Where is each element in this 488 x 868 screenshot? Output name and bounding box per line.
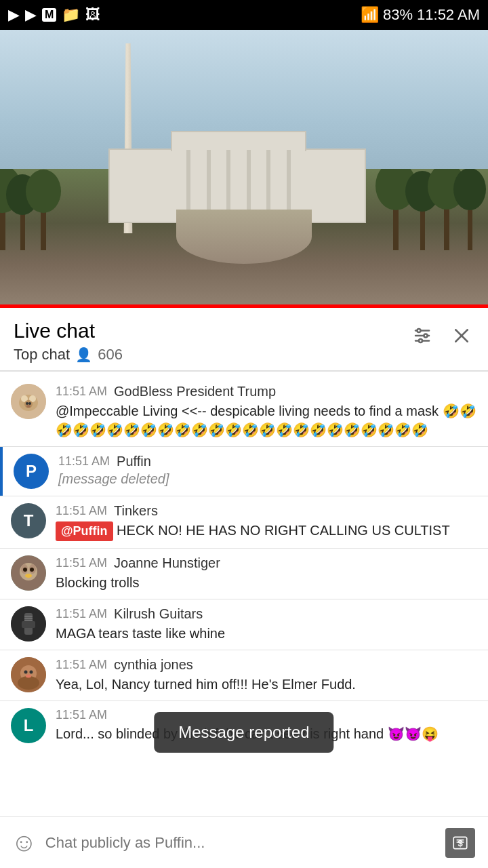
message-meta: 11:51 AM Joanne Hunstiger xyxy=(56,555,477,571)
svg-point-17 xyxy=(418,329,421,332)
toast-message: Message reported xyxy=(154,712,333,753)
m-icon: M xyxy=(42,8,56,22)
svg-point-36 xyxy=(25,574,32,578)
message-author: Joanne Hunstiger xyxy=(114,555,220,571)
avatar: P xyxy=(14,454,49,489)
live-chat-title: Live chat xyxy=(14,319,123,343)
svg-point-48 xyxy=(26,675,31,678)
toast-text: Message reported xyxy=(178,723,309,741)
avatar-svg xyxy=(11,606,46,642)
chat-input-bar: ☺ $ xyxy=(0,816,488,868)
message-meta: 11:51 AM cynthia jones xyxy=(56,657,477,673)
chat-messages: 11:51 AM GodBless President Trump @Impec… xyxy=(0,372,488,755)
svg-point-47 xyxy=(30,671,33,674)
table-row: 11:51 AM Kilrush Guitars MAGA tears tast… xyxy=(0,599,488,650)
close-button[interactable] xyxy=(449,323,474,353)
message-time: 11:51 AM xyxy=(56,658,107,672)
svg-point-18 xyxy=(424,334,428,338)
message-content: 11:51 AM Kilrush Guitars MAGA tears tast… xyxy=(56,606,477,643)
message-content: 11:51 AM Tinkers @Puffin HECK NO! HE HAS… xyxy=(56,503,477,541)
status-indicators: 📶 83% 11:52 AM xyxy=(361,6,480,24)
avatar xyxy=(11,606,46,642)
message-content: 11:51 AM GodBless President Trump @Impec… xyxy=(56,384,477,439)
deleted-message-text: [message deleted] xyxy=(58,471,477,487)
message-text: MAGA tears taste like whine xyxy=(56,624,477,643)
svg-point-27 xyxy=(26,402,28,405)
svg-point-34 xyxy=(23,568,27,572)
svg-point-46 xyxy=(24,671,28,674)
status-icons: ▶ ▶ M 📁 🖼 xyxy=(8,6,100,24)
status-bar: ▶ ▶ M 📁 🖼 📶 83% 11:52 AM xyxy=(0,0,488,30)
mention-badge: @Puffin xyxy=(56,521,113,541)
avatar-letter: L xyxy=(24,716,34,735)
avatar xyxy=(11,657,46,692)
play-icon: ▶ xyxy=(8,6,20,24)
settings-button[interactable] xyxy=(409,323,435,353)
message-time: 11:51 AM xyxy=(56,504,107,518)
message-content: 11:51 AM Joanne Hunstiger Blocking troll… xyxy=(56,555,477,592)
svg-point-28 xyxy=(28,402,31,405)
message-meta: 11:51 AM Kilrush Guitars xyxy=(56,606,477,622)
avatar: L xyxy=(11,708,46,743)
chat-header: Live chat Top chat 👤 606 xyxy=(0,308,488,371)
message-text: Blocking trolls xyxy=(56,573,477,592)
message-text: @Puffin HECK NO! HE HAS NO RIGHT CALLING… xyxy=(56,521,477,541)
emoji-button[interactable]: ☺ xyxy=(11,828,37,857)
fountain-path xyxy=(176,210,312,264)
wh-portico xyxy=(171,131,306,151)
table-row: 11:51 AM GodBless President Trump @Impec… xyxy=(0,377,488,446)
svg-point-19 xyxy=(419,339,422,342)
svg-point-35 xyxy=(30,568,34,572)
message-author: GodBless President Trump xyxy=(114,384,276,399)
svg-rect-39 xyxy=(22,621,35,628)
message-body: HECK NO! HE HAS NO RIGHT CALLING US CULT… xyxy=(117,523,450,538)
message-time: 11:51 AM xyxy=(56,607,107,621)
messages-wrapper: 11:51 AM GodBless President Trump @Impec… xyxy=(0,372,488,807)
video-player[interactable] xyxy=(0,30,488,304)
message-content: 11:51 AM cynthia jones Yea, Lol, Nancy t… xyxy=(56,657,477,694)
viewer-icon: 👤 xyxy=(75,347,92,363)
chat-input[interactable] xyxy=(45,834,435,852)
chat-subtitle: Top chat 👤 606 xyxy=(14,346,123,363)
svg-point-5 xyxy=(26,170,61,213)
super-chat-button[interactable]: $ xyxy=(443,826,477,860)
message-author: Kilrush Guitars xyxy=(114,606,203,622)
message-content: 11:51 AM Puffin [message deleted] xyxy=(58,454,477,487)
svg-point-13 xyxy=(453,169,486,210)
message-text: Yea, Lol, Nancy turned him off!!! He's E… xyxy=(56,675,477,694)
emoji-icon: ☺ xyxy=(11,828,37,856)
avatar: T xyxy=(11,503,46,538)
clock: 11:52 AM xyxy=(417,6,480,24)
avatar-svg xyxy=(11,555,46,591)
currency-icon: $ xyxy=(445,828,475,858)
table-row: 11:51 AM cynthia jones Yea, Lol, Nancy t… xyxy=(0,650,488,701)
message-time: 11:51 AM xyxy=(56,384,107,399)
table-row: T 11:51 AM Tinkers @Puffin HECK NO! HE H… xyxy=(0,496,488,548)
chat-actions xyxy=(409,319,474,353)
message-text: @Impeccable Living <<-- despicable livin… xyxy=(56,401,477,439)
avatar-letter: T xyxy=(24,511,34,530)
chat-title-area: Live chat Top chat 👤 606 xyxy=(14,319,123,363)
svg-point-29 xyxy=(26,405,30,408)
viewer-count: 606 xyxy=(98,346,123,363)
message-author: cynthia jones xyxy=(114,657,193,673)
message-time: 11:51 AM xyxy=(58,454,110,469)
message-meta: 11:51 AM GodBless President Trump xyxy=(56,384,477,399)
top-chat-label[interactable]: Top chat xyxy=(14,346,70,363)
yt-icon: ▶ xyxy=(25,6,37,24)
message-time: 11:51 AM xyxy=(56,556,107,570)
image-icon: 🖼 xyxy=(85,6,100,24)
avatar-letter: P xyxy=(26,462,37,481)
message-time: 11:51 AM xyxy=(56,708,107,722)
folder-icon: 📁 xyxy=(62,6,80,24)
avatar-svg xyxy=(11,657,46,692)
avatar xyxy=(11,384,46,419)
table-row: P 11:51 AM Puffin [message deleted] xyxy=(0,447,488,496)
avatar-svg xyxy=(11,384,46,419)
message-meta: 11:51 AM Puffin xyxy=(58,454,477,469)
avatar xyxy=(11,555,46,591)
svg-point-45 xyxy=(18,676,39,690)
message-author: Puffin xyxy=(117,454,151,469)
dollar-sign-icon: $ xyxy=(451,834,469,852)
wifi-icon: 📶 xyxy=(361,6,379,24)
